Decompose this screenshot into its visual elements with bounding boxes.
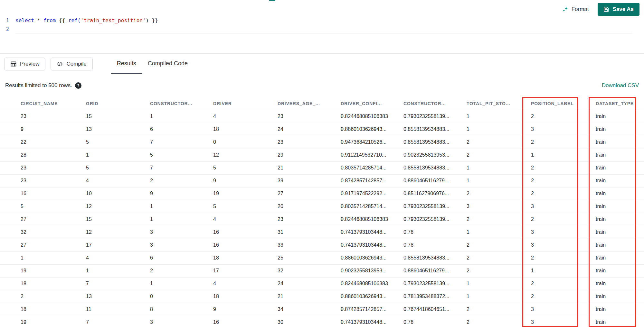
table-cell: 4 (81, 251, 146, 264)
table-row: 1610919270.9171974522292...0.85116279069… (0, 187, 644, 200)
table-cell: 11 (81, 303, 146, 316)
table-cell: 0.78 (399, 316, 462, 328)
table-cell: 13 (81, 290, 146, 303)
table-cell: 33 (273, 239, 336, 251)
table-row: 281512290.9112149532710...0.902325581395… (0, 149, 644, 161)
table-cell: 1 (462, 277, 526, 290)
table-cell: 5 (81, 161, 146, 174)
table-cell: train (591, 239, 644, 251)
table-cell: train (591, 303, 644, 316)
table-cell: 31 (273, 226, 336, 239)
compile-button[interactable]: Compile (51, 58, 92, 70)
table-cell: train (591, 200, 644, 213)
table-cell: 23 (0, 174, 81, 187)
compile-label: Compile (66, 61, 86, 67)
table-cell: 1 (146, 200, 209, 213)
table-cell: 2 (462, 316, 526, 328)
table-cell: 0.8742857142857... (336, 174, 399, 187)
code-line[interactable]: 1 select * from {{ ref('train_test_posit… (0, 16, 644, 25)
column-header: DATASET_TYPE (591, 97, 644, 110)
column-header: TOTAL_PIT_STO... (462, 97, 526, 110)
table-cell: 23 (273, 213, 336, 226)
table-cell: 16 (209, 316, 273, 328)
table-cell: 0 (146, 290, 209, 303)
tab-compiled-code[interactable]: Compiled Code (142, 54, 194, 74)
save-icon (603, 6, 609, 12)
line-number: 2 (0, 26, 15, 32)
table-cell: 6 (146, 123, 209, 136)
table-cell: 2 (526, 290, 591, 303)
table-row: 913618240.8860103626943...0.855813953488… (0, 123, 644, 136)
table-cell: 2 (462, 187, 526, 200)
table-cell: 21 (273, 290, 336, 303)
column-header: CONSTRUCTOR... (146, 97, 209, 110)
table-cell: 9 (146, 187, 209, 200)
results-table-wrap: CIRCUIT_NAMEGRIDCONSTRUCTOR...DRIVERDRIV… (0, 97, 644, 328)
table-row: 23429390.8742857142857...0.8860465116279… (0, 174, 644, 187)
table-row: 14618250.8860103626943...0.8558139534883… (0, 251, 644, 264)
table-cell: 2 (526, 161, 591, 174)
table-cell: 19 (0, 264, 81, 277)
table-cell: 25 (273, 251, 336, 264)
table-cell: 24 (273, 123, 336, 136)
table-cell: 0.8860465116279... (399, 174, 462, 187)
results-bar: Results limited to 500 rows. ? Download … (0, 74, 644, 97)
tab-results[interactable]: Results (111, 54, 142, 74)
table-cell: train (591, 187, 644, 200)
table-cell: train (591, 316, 644, 328)
table-cell: 0.824468085106383 (336, 110, 399, 123)
table-cell: 3 (526, 200, 591, 213)
table-cell: 21 (273, 161, 336, 174)
results-tabs: Results Compiled Code (111, 54, 194, 74)
results-toolbar: Preview Compile Results Compiled Code (0, 54, 644, 74)
table-cell: 39 (273, 174, 336, 187)
table-row: 181189340.8742857142857...0.767441860465… (0, 303, 644, 316)
table-cell: train (591, 213, 644, 226)
table-cell: 2 (462, 149, 526, 161)
table-cell: 5 (146, 149, 209, 161)
table-cell: 0.7930232558139... (399, 110, 462, 123)
save-as-button[interactable]: Save As (598, 3, 639, 16)
column-header: DRIVER_CONFI... (336, 97, 399, 110)
table-cell: 1 (146, 277, 209, 290)
table-cell: 0.7674418604651... (399, 303, 462, 316)
table-row: 231514230.8244680851063830.7930232558139… (0, 110, 644, 123)
table-row: 271514230.8244680851063830.7930232558139… (0, 213, 644, 226)
table-cell: 20 (273, 200, 336, 213)
save-as-label: Save As (612, 6, 634, 13)
table-cell: 15 (81, 213, 146, 226)
table-cell: 23 (0, 161, 81, 174)
table-cell: 16 (209, 226, 273, 239)
preview-label: Preview (20, 61, 39, 67)
sparkles-icon (562, 6, 569, 13)
table-cell: 18 (0, 277, 81, 290)
table-cell: 18 (209, 290, 273, 303)
table-cell: 13 (81, 123, 146, 136)
code-line[interactable]: 2 (0, 25, 644, 33)
table-cell: 0.7413793103448... (336, 316, 399, 328)
table-cell: 0.8511627906976... (399, 187, 462, 200)
format-button[interactable]: Format (562, 6, 589, 13)
table-cell: 15 (81, 110, 146, 123)
table-cell: 23 (0, 110, 81, 123)
table-cell: 1 (146, 110, 209, 123)
sql-star: * (34, 17, 43, 23)
table-cell: 2 (146, 264, 209, 277)
table-cell: 24 (273, 277, 336, 290)
table-cell: 0.7413793103448... (336, 226, 399, 239)
table-cell: 5 (209, 200, 273, 213)
code-area[interactable]: 1 select * from {{ ref('train_test_posit… (0, 0, 644, 33)
table-cell: 0.8860465116279... (399, 264, 462, 277)
results-limit-text: Results limited to 500 rows. (5, 82, 72, 89)
download-csv-link[interactable]: Download CSV (602, 82, 639, 89)
table-cell: 18 (209, 123, 273, 136)
table-cell: 2 (526, 110, 591, 123)
app-root: Format Save As 1 select * from {{ ref('t… (0, 0, 644, 328)
table-cell: 2 (526, 251, 591, 264)
table-cell: 2 (462, 264, 526, 277)
table-cell: 1 (0, 251, 81, 264)
help-icon[interactable]: ? (75, 82, 81, 89)
table-cell: 0.8558139534883... (399, 136, 462, 149)
preview-button[interactable]: Preview (4, 58, 45, 70)
table-cell: 17 (81, 239, 146, 251)
